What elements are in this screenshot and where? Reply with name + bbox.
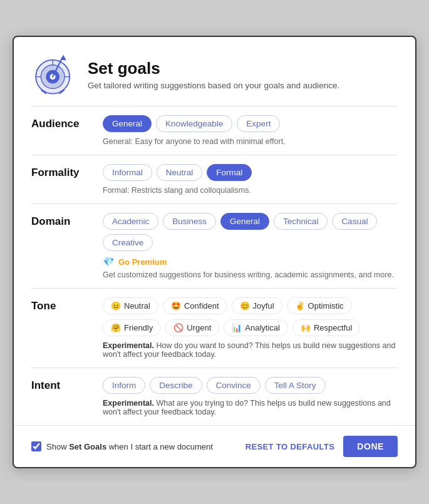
footer-left: Show Set Goals when I start a new docume… (31, 441, 213, 451)
tone-btn-confident[interactable]: 🤩 Confident (163, 297, 227, 314)
premium-row: 💎 Go Premium (103, 256, 398, 267)
tone-urgent-emoji: 🚫 (173, 323, 183, 332)
domain-btn-technical[interactable]: Technical (274, 213, 328, 230)
intent-btn-inform[interactable]: Inform (103, 377, 145, 394)
audience-btn-knowledgeable[interactable]: Knowledgeable (156, 115, 232, 132)
formality-btn-neutral[interactable]: Neutral (157, 164, 203, 181)
formality-section: Formality Informal Neutral Formal Formal… (31, 164, 398, 195)
reset-defaults-button[interactable]: RESET TO DEFAULTS (246, 442, 335, 451)
formality-btn-formal[interactable]: Formal (207, 164, 252, 181)
formality-content: Informal Neutral Formal Formal: Restrict… (103, 164, 398, 195)
tone-btn-urgent[interactable]: 🚫 Urgent (165, 319, 219, 336)
domain-btn-casual[interactable]: Casual (332, 213, 377, 230)
footer-label-prefix: Show (46, 442, 69, 451)
tone-respectful-emoji: 🙌 (301, 323, 311, 332)
header-text: Set goals Get tailored writing suggestio… (88, 59, 339, 90)
formality-label: Formality (31, 164, 88, 195)
tone-section: Tone 😐 Neutral 🤩 Confident 😊 Joyful ✌️ O… (31, 297, 398, 359)
target-icon (31, 52, 76, 97)
tone-btn-group-row1: 😐 Neutral 🤩 Confident 😊 Joyful ✌️ Optimi… (103, 297, 398, 314)
formality-btn-group: Informal Neutral Formal (103, 164, 398, 181)
tone-experimental-note: Experimental. How do you want to sound? … (103, 341, 398, 359)
intent-btn-convince[interactable]: Convince (207, 377, 261, 394)
domain-note: Get customized suggestions for business … (103, 270, 398, 279)
premium-diamond-icon: 💎 (103, 256, 115, 267)
divider-4 (31, 288, 398, 289)
tone-neutral-emoji: 😐 (111, 301, 121, 311)
tone-confident-emoji: 🤩 (171, 301, 181, 311)
footer-right: RESET TO DEFAULTS DONE (246, 436, 398, 457)
intent-section: Intent Inform Describe Convince Tell A S… (31, 377, 398, 416)
show-set-goals-checkbox[interactable] (31, 441, 41, 451)
formality-note: Formal: Restricts slang and colloquialis… (103, 186, 398, 195)
domain-btn-general[interactable]: General (220, 213, 269, 230)
modal-title: Set goals (88, 59, 339, 78)
tone-btn-analytical[interactable]: 📊 Analytical (224, 319, 288, 336)
intent-btn-describe[interactable]: Describe (150, 377, 202, 394)
domain-btn-creative[interactable]: Creative (103, 234, 153, 251)
premium-label[interactable]: Go Premium (118, 257, 167, 267)
domain-content: Academic Business General Technical Casu… (103, 213, 398, 279)
divider-3 (31, 203, 398, 204)
audience-btn-expert[interactable]: Expert (237, 115, 280, 132)
set-goals-modal: Set goals Get tailored writing suggestio… (13, 36, 416, 468)
tone-content: 😐 Neutral 🤩 Confident 😊 Joyful ✌️ Optimi… (103, 297, 398, 359)
tone-btn-neutral[interactable]: 😐 Neutral (103, 297, 158, 314)
tone-label: Tone (31, 297, 88, 359)
intent-content: Inform Describe Convince Tell A Story Ex… (103, 377, 398, 416)
tone-btn-friendly[interactable]: 🤗 Friendly (103, 319, 161, 336)
modal-footer: Show Set Goals when I start a new docume… (14, 425, 415, 467)
audience-content: General Knowledgeable Expert General: Ea… (103, 115, 398, 146)
footer-checkbox-label: Show Set Goals when I start a new docume… (46, 442, 213, 451)
tone-btn-group-row2: 🤗 Friendly 🚫 Urgent 📊 Analytical 🙌 Respe… (103, 319, 398, 336)
footer-label-suffix: when I start a new document (106, 442, 213, 451)
intent-label: Intent (31, 377, 88, 416)
formality-btn-informal[interactable]: Informal (103, 164, 152, 181)
domain-btn-group: Academic Business General Technical Casu… (103, 213, 398, 251)
divider-5 (31, 368, 398, 368)
modal-subtitle: Get tailored writing suggestions based o… (88, 81, 339, 90)
audience-note: General: Easy for anyone to read with mi… (103, 137, 398, 146)
footer-label-bold: Set Goals (69, 442, 106, 451)
intent-experimental-note: Experimental. What are you trying to do?… (103, 399, 398, 416)
divider-2 (31, 155, 398, 155)
done-button[interactable]: DONE (343, 436, 398, 457)
domain-label: Domain (31, 213, 88, 279)
tone-analytical-emoji: 📊 (232, 323, 242, 332)
tone-experimental-label: Experimental. (103, 341, 154, 350)
tone-joyful-emoji: 😊 (240, 301, 250, 311)
tone-optimistic-emoji: ✌️ (295, 301, 305, 311)
svg-marker-5 (61, 55, 66, 61)
audience-btn-group: General Knowledgeable Expert (103, 115, 398, 132)
intent-btn-group: Inform Describe Convince Tell A Story (103, 377, 398, 394)
audience-label: Audience (31, 115, 88, 146)
domain-btn-academic[interactable]: Academic (103, 213, 158, 230)
intent-btn-tell-a-story[interactable]: Tell A Story (265, 377, 326, 394)
intent-experimental-label: Experimental. (103, 399, 154, 408)
domain-btn-business[interactable]: Business (163, 213, 216, 230)
audience-section: Audience General Knowledgeable Expert Ge… (31, 115, 398, 146)
tone-btn-joyful[interactable]: 😊 Joyful (232, 297, 282, 314)
tone-friendly-emoji: 🤗 (111, 323, 121, 332)
divider-1 (31, 106, 398, 106)
tone-btn-respectful[interactable]: 🙌 Respectful (292, 319, 360, 336)
tone-btn-optimistic[interactable]: ✌️ Optimistic (287, 297, 352, 314)
domain-section: Domain Academic Business General Technic… (31, 213, 398, 279)
audience-btn-general[interactable]: General (103, 115, 152, 132)
modal-header: Set goals Get tailored writing suggestio… (31, 52, 398, 97)
